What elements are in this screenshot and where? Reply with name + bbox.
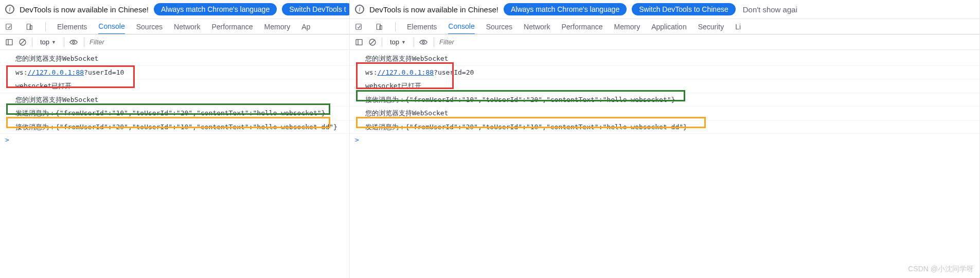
svg-rect-11: [356, 39, 362, 45]
log-line: 发送消息为：{"fromUserId":"10","toUserId":"20"…: [0, 107, 349, 120]
svg-line-6: [21, 40, 25, 44]
separator: [32, 38, 32, 47]
switch-devtools-button[interactable]: Switch DevTools t: [282, 3, 349, 15]
tab-network[interactable]: Network: [174, 20, 200, 34]
tab-performance[interactable]: Performance: [211, 20, 253, 34]
console-log-area-left: 您的浏览器支持WebSocket ws://127.0.0.1:88?userI…: [0, 50, 349, 278]
filter-wrapper: [439, 38, 974, 46]
filter-wrapper: [90, 38, 344, 46]
tab-application[interactable]: Ap: [301, 20, 310, 34]
log-line: 您的浏览器支持WebSocket: [350, 107, 979, 120]
svg-rect-3: [6, 39, 12, 45]
tab-lighthouse[interactable]: Li: [735, 20, 741, 34]
separator: [84, 38, 84, 47]
locale-infobar: i DevTools is now available in Chinese! …: [0, 0, 349, 19]
tabbar: Elements Console Sources Network Perform…: [350, 19, 979, 34]
tab-elements[interactable]: Elements: [57, 20, 87, 34]
switch-devtools-button[interactable]: Switch DevTools to Chinese: [632, 3, 736, 15]
separator: [382, 38, 382, 47]
devtools-pane-left: i DevTools is now available in Chinese! …: [0, 0, 350, 278]
ws-url-link[interactable]: //127.0.0.1:88: [377, 68, 434, 76]
locale-infobar: i DevTools is now available in Chinese! …: [350, 0, 979, 19]
device-toggle-icon[interactable]: [25, 23, 34, 30]
log-line: ws://127.0.0.1:88?userId=20: [350, 66, 979, 80]
context-label: top: [40, 38, 49, 46]
log-line: ws://127.0.0.1:88?userId=10: [0, 66, 349, 80]
tab-memory[interactable]: Memory: [614, 20, 640, 34]
clear-console-icon[interactable]: [19, 38, 27, 46]
separator: [64, 38, 64, 47]
toggle-sidebar-icon[interactable]: [355, 38, 363, 46]
console-prompt[interactable]: >: [350, 134, 979, 146]
inspect-icon[interactable]: [4, 23, 13, 30]
tab-sources[interactable]: Sources: [136, 20, 163, 34]
log-line: 您的浏览器支持WebSocket: [0, 93, 349, 107]
svg-point-7: [73, 41, 75, 43]
tab-security[interactable]: Security: [698, 20, 724, 34]
context-label: top: [390, 38, 399, 46]
console-toolbar: top ▼: [0, 34, 349, 50]
context-selector[interactable]: top ▼: [38, 37, 59, 47]
tab-elements[interactable]: Elements: [407, 20, 437, 34]
tabbar: Elements Console Sources Network Perform…: [0, 19, 349, 34]
separator: [434, 38, 434, 47]
separator: [414, 38, 414, 47]
live-expression-icon[interactable]: [69, 39, 79, 45]
log-line: websocket已打开: [350, 79, 979, 93]
svg-line-14: [370, 40, 375, 44]
ws-url-link[interactable]: //127.0.0.1:88: [27, 68, 84, 76]
match-language-button[interactable]: Always match Chrome's language: [154, 3, 277, 15]
filter-input[interactable]: [90, 38, 344, 46]
log-line: 接收消息为：{"fromUserId":"20","toUserId":"10"…: [0, 120, 349, 134]
device-toggle-icon[interactable]: [375, 23, 384, 30]
match-language-button[interactable]: Always match Chrome's language: [504, 3, 627, 15]
dont-show-again[interactable]: Don't show agai: [741, 5, 797, 14]
chevron-down-icon: ▼: [51, 40, 56, 45]
context-selector[interactable]: top ▼: [387, 37, 408, 47]
separator: [395, 22, 396, 31]
tab-console[interactable]: Console: [448, 19, 474, 34]
tab-sources[interactable]: Sources: [486, 20, 512, 34]
infobar-text: DevTools is now available in Chinese!: [20, 5, 149, 14]
info-icon: i: [5, 5, 14, 14]
log-line: 您的浏览器支持WebSocket: [350, 52, 979, 66]
tab-memory[interactable]: Memory: [264, 20, 291, 34]
infobar-text: DevTools is now available in Chinese!: [369, 5, 498, 14]
devtools-pane-right: i DevTools is now available in Chinese! …: [350, 0, 980, 278]
log-line: 接收消息为：{"fromUserId":"10","toUserId":"20"…: [350, 93, 979, 107]
inspect-icon[interactable]: [354, 23, 363, 30]
tab-console[interactable]: Console: [98, 19, 124, 34]
log-line: 您的浏览器支持WebSocket: [0, 52, 349, 66]
live-expression-icon[interactable]: [419, 39, 429, 45]
console-prompt[interactable]: >: [0, 134, 349, 146]
clear-console-icon[interactable]: [368, 38, 377, 46]
watermark: CSDN @小沈同学呀: [908, 265, 974, 274]
chevron-down-icon: ▼: [401, 40, 406, 45]
toggle-sidebar-icon[interactable]: [5, 38, 13, 46]
separator: [45, 22, 46, 31]
tab-application[interactable]: Application: [651, 20, 687, 34]
tab-performance[interactable]: Performance: [561, 20, 602, 34]
svg-point-15: [422, 41, 424, 43]
log-line: websocket已打开: [0, 79, 349, 93]
log-line: 发送消息为：{"fromUserId":"20","toUserId":"10"…: [350, 120, 979, 134]
info-icon: i: [355, 5, 364, 14]
console-log-area-right: 您的浏览器支持WebSocket ws://127.0.0.1:88?userI…: [350, 50, 979, 278]
console-toolbar: top ▼: [350, 34, 979, 50]
filter-input[interactable]: [439, 38, 974, 46]
tab-network[interactable]: Network: [524, 20, 550, 34]
